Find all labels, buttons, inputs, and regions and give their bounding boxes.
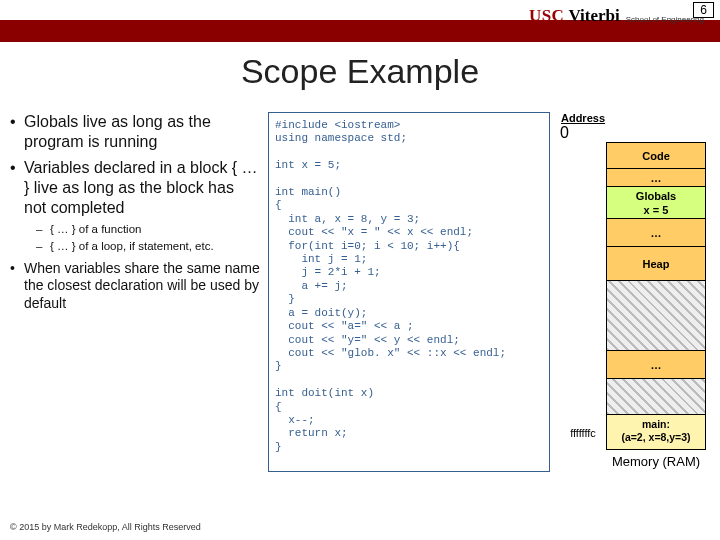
mem-row-dots-2: …	[607, 219, 705, 247]
mem-row-hatch-1	[607, 281, 705, 351]
bullet-2: Variables declared in a block { … } live…	[10, 158, 260, 254]
slide-title: Scope Example	[0, 52, 720, 91]
bullet-2-text: Variables declared in a block { … } live…	[24, 159, 258, 216]
mem-row-main: main: (a=2, x=8,y=3)	[607, 415, 705, 449]
bullet-3: When variables share the same name the c…	[10, 260, 260, 313]
code-listing: #include <iostream> using namespace std;…	[268, 112, 550, 472]
address-header: Address	[560, 112, 606, 124]
bullet-2-sub-2: { … } of a loop, if statement, etc.	[24, 239, 260, 253]
logo: USCViterbi School of Engineering	[529, 6, 704, 26]
memory-caption: Memory (RAM)	[606, 454, 706, 469]
bullet-1: Globals live as long as the program is r…	[10, 112, 260, 152]
mem-main-vals: (a=2, x=8,y=3)	[621, 431, 690, 443]
logo-viterbi: Viterbi	[568, 6, 619, 26]
address-start: 0	[560, 124, 710, 142]
mem-row-dots-3: …	[607, 351, 705, 379]
mem-row-hatch-2	[607, 379, 705, 415]
memory-stack: Code … Globals x = 5 … Heap … main: (a=2…	[606, 142, 706, 450]
copyright: © 2015 by Mark Redekopp, All Rights Rese…	[10, 522, 201, 532]
mem-row-globals: Globals x = 5	[607, 187, 705, 219]
mem-row-dots-1: …	[607, 169, 705, 187]
bullet-list: Globals live as long as the program is r…	[10, 112, 260, 318]
address-end: fffffffc	[560, 427, 606, 439]
bullet-2-sub-1: { … } of a function	[24, 222, 260, 236]
logo-usc: USC	[529, 6, 565, 26]
mem-row-code: Code	[607, 143, 705, 169]
slide: 6 USCViterbi School of Engineering Scope…	[0, 0, 720, 540]
mem-row-heap: Heap	[607, 247, 705, 281]
mem-globals-label: Globals	[636, 190, 676, 202]
mem-main-label: main:	[642, 418, 670, 430]
mem-globals-val: x = 5	[644, 204, 669, 216]
memory-column: Address 0 Code … Globals x = 5 … Heap … …	[560, 112, 710, 469]
logo-school: School of Engineering	[626, 16, 704, 24]
